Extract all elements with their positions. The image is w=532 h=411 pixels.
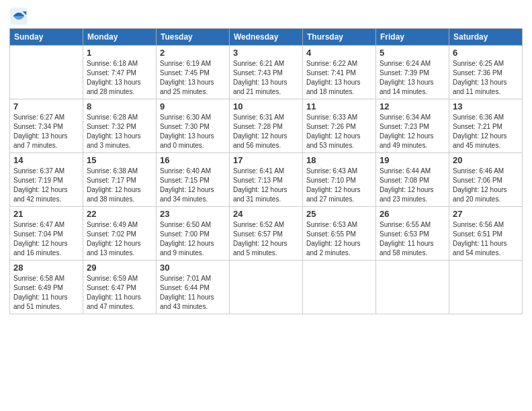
- day-info: Sunrise: 7:01 AM Sunset: 6:44 PM Dayligh…: [160, 274, 226, 312]
- calendar-cell: 10Sunrise: 6:31 AM Sunset: 7:28 PM Dayli…: [230, 99, 303, 153]
- day-number: 8: [87, 101, 152, 111]
- header: [9, 7, 523, 26]
- calendar-cell: 3Sunrise: 6:21 AM Sunset: 7:43 PM Daylig…: [230, 46, 303, 99]
- day-number: 25: [306, 209, 372, 219]
- calendar-cell: 8Sunrise: 6:28 AM Sunset: 7:32 PM Daylig…: [83, 99, 157, 153]
- calendar-cell: 2Sunrise: 6:19 AM Sunset: 7:45 PM Daylig…: [157, 46, 230, 99]
- day-info: Sunrise: 6:24 AM Sunset: 7:39 PM Dayligh…: [380, 59, 445, 97]
- calendar-cell: [10, 46, 83, 99]
- calendar-cell: 20Sunrise: 6:46 AM Sunset: 7:06 PM Dayli…: [449, 153, 523, 207]
- calendar-cell: 4Sunrise: 6:22 AM Sunset: 7:41 PM Daylig…: [303, 46, 376, 99]
- weekday-header: Tuesday: [157, 29, 230, 46]
- day-number: 13: [453, 101, 519, 111]
- day-number: 27: [453, 209, 519, 219]
- day-info: Sunrise: 6:27 AM Sunset: 7:34 PM Dayligh…: [13, 113, 79, 150]
- day-info: Sunrise: 6:38 AM Sunset: 7:17 PM Dayligh…: [87, 167, 152, 204]
- day-info: Sunrise: 6:19 AM Sunset: 7:45 PM Dayligh…: [160, 59, 226, 97]
- calendar-cell: 22Sunrise: 6:49 AM Sunset: 7:02 PM Dayli…: [83, 207, 157, 261]
- day-number: 29: [87, 263, 152, 273]
- day-number: 1: [87, 48, 152, 58]
- calendar-cell: 21Sunrise: 6:47 AM Sunset: 7:04 PM Dayli…: [10, 207, 83, 261]
- day-info: Sunrise: 6:36 AM Sunset: 7:21 PM Dayligh…: [453, 113, 519, 150]
- day-info: Sunrise: 6:43 AM Sunset: 7:10 PM Dayligh…: [306, 167, 372, 204]
- day-number: 5: [380, 48, 445, 58]
- day-number: 26: [380, 209, 445, 219]
- calendar-week-row: 7Sunrise: 6:27 AM Sunset: 7:34 PM Daylig…: [10, 99, 523, 153]
- day-number: 24: [233, 209, 299, 219]
- weekday-header: Friday: [376, 29, 449, 46]
- calendar-cell: 27Sunrise: 6:56 AM Sunset: 6:51 PM Dayli…: [449, 207, 523, 261]
- calendar-cell: [230, 261, 303, 314]
- day-number: 15: [87, 155, 152, 165]
- calendar-cell: 19Sunrise: 6:44 AM Sunset: 7:08 PM Dayli…: [376, 153, 449, 207]
- day-info: Sunrise: 6:46 AM Sunset: 7:06 PM Dayligh…: [453, 167, 519, 204]
- day-info: Sunrise: 6:55 AM Sunset: 6:53 PM Dayligh…: [380, 220, 445, 258]
- calendar-cell: 29Sunrise: 6:59 AM Sunset: 6:47 PM Dayli…: [83, 261, 157, 314]
- calendar-cell: 12Sunrise: 6:34 AM Sunset: 7:23 PM Dayli…: [376, 99, 449, 153]
- calendar-header: SundayMondayTuesdayWednesdayThursdayFrid…: [10, 29, 523, 46]
- day-info: Sunrise: 6:30 AM Sunset: 7:30 PM Dayligh…: [160, 113, 226, 150]
- day-number: 9: [160, 101, 226, 111]
- day-number: 11: [306, 101, 372, 111]
- logo-icon: [9, 7, 28, 26]
- day-number: 16: [160, 155, 226, 165]
- logo-name: [9, 7, 30, 26]
- calendar-cell: 16Sunrise: 6:40 AM Sunset: 7:15 PM Dayli…: [157, 153, 230, 207]
- calendar-cell: 9Sunrise: 6:30 AM Sunset: 7:30 PM Daylig…: [157, 99, 230, 153]
- day-number: 23: [160, 209, 226, 219]
- calendar-cell: 1Sunrise: 6:18 AM Sunset: 7:47 PM Daylig…: [83, 46, 157, 99]
- day-number: 20: [453, 155, 519, 165]
- calendar-week-row: 28Sunrise: 6:58 AM Sunset: 6:49 PM Dayli…: [10, 261, 523, 314]
- day-number: 14: [13, 155, 79, 165]
- day-number: 19: [380, 155, 445, 165]
- weekday-row: SundayMondayTuesdayWednesdayThursdayFrid…: [10, 29, 523, 46]
- day-info: Sunrise: 6:44 AM Sunset: 7:08 PM Dayligh…: [380, 167, 445, 204]
- day-info: Sunrise: 6:41 AM Sunset: 7:13 PM Dayligh…: [233, 167, 299, 204]
- calendar-cell: 5Sunrise: 6:24 AM Sunset: 7:39 PM Daylig…: [376, 46, 449, 99]
- day-info: Sunrise: 6:59 AM Sunset: 6:47 PM Dayligh…: [87, 274, 152, 312]
- weekday-header: Sunday: [10, 29, 83, 46]
- weekday-header: Monday: [83, 29, 157, 46]
- day-number: 10: [233, 101, 299, 111]
- calendar-cell: 11Sunrise: 6:33 AM Sunset: 7:26 PM Dayli…: [303, 99, 376, 153]
- weekday-header: Wednesday: [230, 29, 303, 46]
- day-number: 12: [380, 101, 445, 111]
- day-info: Sunrise: 6:21 AM Sunset: 7:43 PM Dayligh…: [233, 59, 299, 97]
- calendar-cell: 6Sunrise: 6:25 AM Sunset: 7:36 PM Daylig…: [449, 46, 523, 99]
- weekday-header: Thursday: [303, 29, 376, 46]
- calendar-cell: 24Sunrise: 6:52 AM Sunset: 6:57 PM Dayli…: [230, 207, 303, 261]
- calendar-cell: 17Sunrise: 6:41 AM Sunset: 7:13 PM Dayli…: [230, 153, 303, 207]
- day-number: 18: [306, 155, 372, 165]
- logo: [9, 7, 30, 26]
- day-number: 6: [453, 48, 519, 58]
- calendar-cell: [449, 261, 523, 314]
- day-info: Sunrise: 6:40 AM Sunset: 7:15 PM Dayligh…: [160, 167, 226, 204]
- day-info: Sunrise: 6:37 AM Sunset: 7:19 PM Dayligh…: [13, 167, 79, 204]
- day-info: Sunrise: 6:28 AM Sunset: 7:32 PM Dayligh…: [87, 113, 152, 150]
- page-container: SundayMondayTuesdayWednesdayThursdayFrid…: [0, 0, 532, 321]
- calendar-cell: 15Sunrise: 6:38 AM Sunset: 7:17 PM Dayli…: [83, 153, 157, 207]
- day-number: 3: [233, 48, 299, 58]
- day-info: Sunrise: 6:47 AM Sunset: 7:04 PM Dayligh…: [13, 220, 79, 258]
- calendar-week-row: 21Sunrise: 6:47 AM Sunset: 7:04 PM Dayli…: [10, 207, 523, 261]
- calendar-cell: 18Sunrise: 6:43 AM Sunset: 7:10 PM Dayli…: [303, 153, 376, 207]
- calendar-cell: 30Sunrise: 7:01 AM Sunset: 6:44 PM Dayli…: [157, 261, 230, 314]
- calendar-cell: 26Sunrise: 6:55 AM Sunset: 6:53 PM Dayli…: [376, 207, 449, 261]
- calendar-body: 1Sunrise: 6:18 AM Sunset: 7:47 PM Daylig…: [10, 46, 523, 314]
- day-info: Sunrise: 6:56 AM Sunset: 6:51 PM Dayligh…: [453, 220, 519, 258]
- day-info: Sunrise: 6:31 AM Sunset: 7:28 PM Dayligh…: [233, 113, 299, 150]
- day-number: 7: [13, 101, 79, 111]
- day-info: Sunrise: 6:58 AM Sunset: 6:49 PM Dayligh…: [13, 274, 79, 312]
- day-info: Sunrise: 6:50 AM Sunset: 7:00 PM Dayligh…: [160, 220, 226, 258]
- calendar-week-row: 14Sunrise: 6:37 AM Sunset: 7:19 PM Dayli…: [10, 153, 523, 207]
- day-number: 28: [13, 263, 79, 273]
- day-info: Sunrise: 6:49 AM Sunset: 7:02 PM Dayligh…: [87, 220, 152, 258]
- day-number: 2: [160, 48, 226, 58]
- day-number: 17: [233, 155, 299, 165]
- day-info: Sunrise: 6:25 AM Sunset: 7:36 PM Dayligh…: [453, 59, 519, 97]
- calendar-cell: 13Sunrise: 6:36 AM Sunset: 7:21 PM Dayli…: [449, 99, 523, 153]
- day-number: 4: [306, 48, 372, 58]
- weekday-header: Saturday: [449, 29, 523, 46]
- day-number: 30: [160, 263, 226, 273]
- calendar-cell: [303, 261, 376, 314]
